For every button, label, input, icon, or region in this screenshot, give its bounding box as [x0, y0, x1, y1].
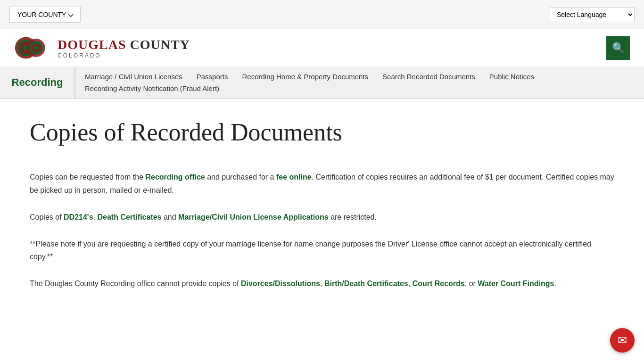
nav-links: Marriage / Civil Union Licenses Passport…	[75, 67, 644, 98]
nav-link-search-recorded[interactable]: Search Recorded Documents	[382, 71, 475, 82]
paragraph2-sep2: and	[162, 213, 179, 221]
your-county-button[interactable]: YOUR COUNTY	[9, 7, 81, 23]
logo-area: Douglas County Colorado	[14, 35, 190, 61]
water-court-link[interactable]: Water Court Findings	[478, 280, 554, 288]
nav-bar: Recording Marriage / Civil Union License…	[0, 67, 644, 99]
paragraph2-post: are restricted.	[329, 213, 377, 221]
page-title: Copies of Recorded Documents	[30, 118, 614, 147]
marriage-license-link[interactable]: Marriage/Civil Union License Application…	[178, 213, 329, 221]
nav-link-marriage[interactable]: Marriage / Civil Union Licenses	[85, 71, 182, 82]
content-block-4: The Douglas County Recording office cann…	[30, 277, 614, 290]
nav-section-label: Recording	[0, 67, 75, 98]
content-block-2: Copies of DD214's, Death Certificates an…	[30, 211, 614, 223]
search-icon: 🔍	[612, 42, 625, 54]
birth-death-link[interactable]: Birth/Death Certificates	[324, 280, 408, 288]
content-block-3: **Please note if you are requesting a ce…	[30, 238, 614, 263]
nav-link-public-notices[interactable]: Public Notices	[489, 71, 534, 82]
logo-name: Douglas County	[58, 37, 190, 52]
paragraph4-pre: The Douglas County Recording office cann…	[30, 280, 241, 288]
search-button[interactable]: 🔍	[606, 36, 630, 60]
logo-name-part2: County	[130, 37, 190, 52]
logo-sub: Colorado	[58, 52, 190, 59]
top-bar: YOUR COUNTY Select Language Spanish Fren…	[0, 0, 644, 29]
main-content: Copies of Recorded Documents Copies can …	[11, 99, 633, 333]
your-county-label: YOUR COUNTY	[17, 11, 66, 18]
logo-text: Douglas County Colorado	[58, 37, 190, 59]
paragraph4-post: .	[554, 280, 556, 288]
logo-icon	[14, 35, 52, 61]
dd214-link[interactable]: DD214's	[64, 213, 93, 221]
nav-link-fraud-alert[interactable]: Recording Activity Notification (Fraud A…	[85, 82, 219, 94]
recording-office-link[interactable]: Recording office	[145, 173, 205, 181]
divorces-link[interactable]: Divorces/Dissolutions	[241, 280, 320, 288]
header: Douglas County Colorado 🔍	[0, 29, 644, 67]
language-select[interactable]: Select Language Spanish French German Ch…	[550, 7, 635, 22]
nav-link-passports[interactable]: Passports	[197, 71, 228, 82]
paragraph4-sep2: ,	[408, 280, 413, 288]
paragraph3-text: **Please note if you are requesting a ce…	[30, 240, 591, 261]
svg-point-7	[34, 46, 38, 50]
death-certificates-link[interactable]: Death Certificates	[97, 213, 161, 221]
paragraph2-pre: Copies of	[30, 213, 64, 221]
court-records-link[interactable]: Court Records	[413, 280, 465, 288]
paragraph4-sep3: , or	[465, 280, 478, 288]
nav-link-recording-home[interactable]: Recording Home & Property Documents	[242, 71, 368, 82]
paragraph1-mid1: and purchased for a	[205, 173, 276, 181]
content-block-1: Copies can be requested from the Recordi…	[30, 171, 614, 196]
fee-online-link[interactable]: fee online	[276, 173, 312, 181]
logo-name-part1: Douglas	[58, 37, 126, 52]
paragraph1-pre: Copies can be requested from the	[30, 173, 145, 181]
chevron-down-icon	[68, 12, 74, 17]
paragraph4-sep1: ,	[320, 280, 324, 288]
